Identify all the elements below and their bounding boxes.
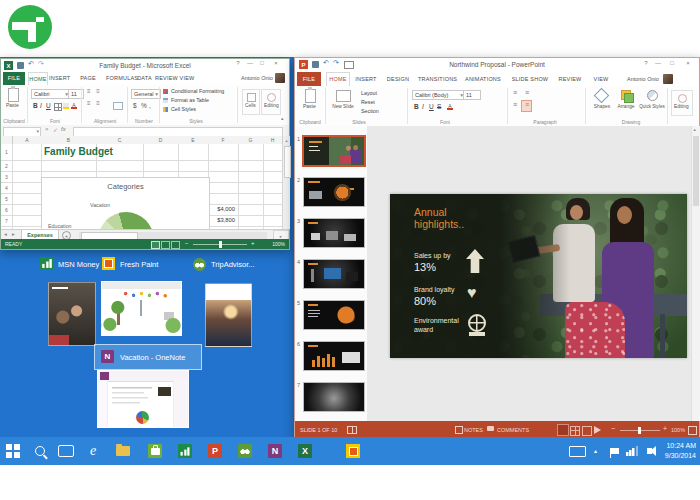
task-view-button[interactable] [55, 437, 77, 465]
store-button[interactable] [144, 437, 166, 465]
quick-styles-button[interactable]: Quick Styles [639, 89, 665, 115]
ppt-titlebar[interactable]: P ↶ ↷ Northwind Proposal - PowerPoint ? … [295, 58, 699, 73]
row-header-6[interactable]: 6 [1, 207, 12, 213]
align-center-active[interactable] [521, 100, 532, 112]
slide-heading-line2[interactable]: highlights.. [414, 218, 464, 230]
cell-value-f7[interactable]: $3,800 [208, 217, 235, 223]
ppt-zoom-level[interactable]: 100% [671, 427, 685, 433]
excel-tab-data[interactable]: DATA [136, 72, 153, 85]
scrollbar-thumb[interactable] [284, 146, 291, 178]
ppt-user-avatar[interactable] [663, 74, 673, 84]
zoom-out-button[interactable]: − [611, 425, 615, 432]
ppt-tab-design[interactable]: DESIGN [385, 72, 411, 86]
ppt-tab-insert[interactable]: INSERT [354, 72, 378, 86]
row-header-3[interactable]: 3 [1, 174, 12, 180]
ppt-tab-view[interactable]: VIEW [591, 72, 611, 86]
slide-item3-label[interactable]: Environmental [414, 317, 459, 324]
ppt-vertical-scrollbar[interactable]: ▴ [691, 126, 700, 421]
zoom-in-button[interactable]: + [251, 240, 255, 246]
ppt-font-name-select[interactable]: ▾Calibri (Body) [412, 90, 466, 100]
msn-money-preview[interactable] [48, 282, 96, 346]
font-name-select[interactable]: ▾Calibri [31, 89, 71, 99]
formula-cancel-button[interactable]: × [45, 126, 49, 132]
underline-button[interactable]: U [46, 102, 51, 109]
slideshow-button[interactable] [594, 426, 605, 434]
msn-money-taskbar-button[interactable] [174, 437, 196, 465]
column-header-b[interactable]: B [41, 136, 96, 144]
slide-heading-line1[interactable]: Annual [414, 206, 447, 218]
column-header-f[interactable]: F [208, 136, 238, 144]
paste-button[interactable]: Paste [303, 89, 316, 109]
select-all-corner[interactable] [1, 136, 13, 144]
view-sorter-button[interactable] [570, 426, 580, 436]
ppt-scrollbar-thumb[interactable] [693, 136, 699, 206]
excel-user-avatar[interactable] [275, 73, 285, 83]
ppt-tab-animations[interactable]: ANIMATIONS [464, 72, 502, 86]
internet-explorer-button[interactable]: e [82, 437, 104, 465]
show-hidden-icons-button[interactable]: ▴ [594, 447, 597, 454]
slide-item1-value[interactable]: 13% [414, 261, 436, 273]
strikethrough-button[interactable]: S [437, 103, 441, 110]
slide-thumbnail-7[interactable] [303, 382, 365, 412]
column-header-a[interactable]: A [13, 136, 41, 144]
excel-maximize-button[interactable]: □ [257, 60, 267, 66]
collapse-ribbon-icon[interactable]: ▴ [281, 115, 284, 121]
excel-tab-review[interactable]: REVIEW [155, 72, 177, 85]
excel-zoom-level[interactable]: 100% [259, 241, 285, 247]
start-button[interactable] [2, 437, 24, 465]
italic-button[interactable]: I [422, 103, 424, 110]
zoom-slider[interactable] [193, 244, 247, 245]
ppt-user-name[interactable]: Antonio Onio [627, 76, 659, 82]
formula-input[interactable] [73, 127, 283, 137]
underline-button[interactable]: U [429, 103, 434, 110]
align-bottom-icons[interactable]: ≡ ≡ [87, 100, 102, 106]
formula-check-button[interactable]: ✓ [53, 126, 58, 133]
taskbar-clock[interactable]: 10:24 AM 9/30/2014 [656, 441, 696, 461]
fit-slide-button[interactable] [688, 426, 697, 435]
column-header-e[interactable]: E [178, 136, 208, 144]
view-reading-button[interactable] [582, 426, 592, 436]
sheet-nav-right[interactable]: ▸ [12, 231, 15, 237]
column-header-c[interactable]: C [96, 136, 143, 144]
search-button[interactable] [29, 437, 51, 465]
fill-color-icon[interactable] [63, 103, 69, 109]
ppt-tab-home[interactable]: HOME [326, 72, 350, 87]
ppt-minimize-button[interactable]: — [653, 60, 663, 66]
insert-function-button[interactable]: fx [61, 126, 66, 132]
border-icon[interactable] [54, 103, 62, 111]
excel-tab-formulas[interactable]: FORMULAS [106, 72, 134, 85]
zoom-slider-thumb[interactable] [219, 241, 222, 248]
excel-close-button[interactable]: × [271, 60, 281, 66]
font-color-icon[interactable]: A [71, 102, 77, 109]
sheet-grid[interactable]: 1 2 3 4 5 6 7 Family Budget $4,000 $3,80… [1, 144, 282, 229]
view-page-layout-button[interactable] [161, 241, 170, 249]
cell-value-f6[interactable]: $4,000 [208, 206, 235, 212]
excel-tab-home[interactable]: HOME [28, 72, 48, 86]
slide-thumbnail-5[interactable] [303, 300, 365, 330]
notes-button[interactable]: NOTES [464, 427, 483, 433]
fresh-paint-preview[interactable] [101, 281, 182, 336]
percent-button[interactable]: % [141, 102, 147, 109]
font-color-icon[interactable]: A [447, 103, 453, 110]
slide-item1-label[interactable]: Sales up by [414, 252, 451, 259]
view-page-break-button[interactable] [171, 241, 180, 249]
excel-help-button[interactable]: ? [233, 60, 243, 66]
excel-tab-insert[interactable]: INSERT [49, 72, 69, 85]
layout-button[interactable]: Layout [361, 90, 377, 96]
shapes-button[interactable]: Shapes [591, 89, 613, 115]
editing-button[interactable]: Editing [261, 89, 281, 115]
excel-user-name[interactable]: Antonio Onio [241, 75, 273, 81]
excel-titlebar[interactable]: X ↶ ↷ Family Budget - Microsoft Excel ? … [1, 59, 289, 73]
file-explorer-button[interactable] [112, 437, 134, 465]
excel-tab-page-layout[interactable]: PAGE LAYOUT [72, 72, 104, 85]
paste-button[interactable]: Paste [6, 88, 19, 108]
column-header-d[interactable]: D [143, 136, 178, 144]
arrange-button[interactable]: Arrange [615, 89, 637, 115]
excel-tab-view[interactable]: VIEW [179, 72, 195, 85]
touch-keyboard-button[interactable] [566, 437, 588, 465]
zoom-slider-thumb[interactable] [638, 427, 641, 434]
merge-center-icon[interactable] [113, 102, 123, 110]
tripadvisor-preview[interactable] [205, 283, 252, 347]
ppt-close-button[interactable]: × [683, 60, 693, 66]
ppt-help-button[interactable]: ? [641, 60, 651, 66]
